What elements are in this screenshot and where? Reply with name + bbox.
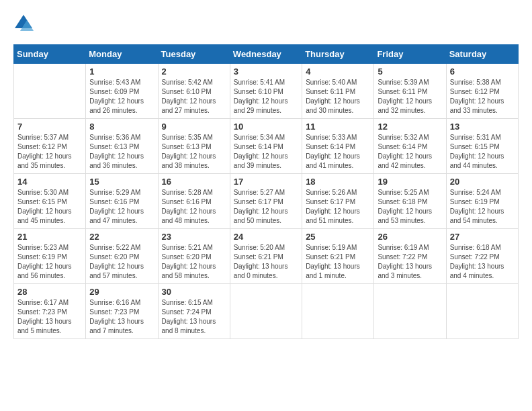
- week-row-4: 21Sunrise: 5:23 AM Sunset: 6:19 PM Dayli…: [14, 229, 519, 284]
- weekday-header-saturday: Saturday: [446, 45, 518, 64]
- day-info: Sunrise: 5:20 AM Sunset: 6:21 PM Dayligh…: [234, 243, 298, 281]
- day-cell: 24Sunrise: 5:20 AM Sunset: 6:21 PM Dayli…: [230, 229, 302, 284]
- day-number: 16: [162, 177, 226, 187]
- day-cell: 10Sunrise: 5:34 AM Sunset: 6:14 PM Dayli…: [230, 119, 302, 174]
- day-cell: 22Sunrise: 5:22 AM Sunset: 6:20 PM Dayli…: [86, 229, 158, 284]
- day-cell: 15Sunrise: 5:29 AM Sunset: 6:16 PM Dayli…: [86, 174, 158, 229]
- day-info: Sunrise: 5:19 AM Sunset: 6:21 PM Dayligh…: [306, 243, 370, 281]
- day-cell: [14, 64, 86, 119]
- day-cell: 21Sunrise: 5:23 AM Sunset: 6:19 PM Dayli…: [14, 229, 86, 284]
- day-info: Sunrise: 5:30 AM Sunset: 6:15 PM Dayligh…: [17, 188, 82, 226]
- day-info: Sunrise: 5:22 AM Sunset: 6:20 PM Dayligh…: [89, 243, 154, 281]
- day-number: 7: [17, 122, 82, 132]
- day-cell: 29Sunrise: 6:16 AM Sunset: 7:23 PM Dayli…: [86, 284, 158, 339]
- day-number: 15: [89, 177, 154, 187]
- day-cell: 17Sunrise: 5:27 AM Sunset: 6:17 PM Dayli…: [230, 174, 302, 229]
- calendar: SundayMondayTuesdayWednesdayThursdayFrid…: [13, 44, 519, 339]
- day-cell: 11Sunrise: 5:33 AM Sunset: 6:14 PM Dayli…: [302, 119, 374, 174]
- day-info: Sunrise: 6:16 AM Sunset: 7:23 PM Dayligh…: [89, 298, 154, 336]
- day-cell: 20Sunrise: 5:24 AM Sunset: 6:19 PM Dayli…: [446, 174, 518, 229]
- day-info: Sunrise: 5:41 AM Sunset: 6:10 PM Dayligh…: [234, 78, 298, 116]
- day-info: Sunrise: 5:26 AM Sunset: 6:17 PM Dayligh…: [306, 188, 370, 226]
- week-row-2: 7Sunrise: 5:37 AM Sunset: 6:12 PM Daylig…: [14, 119, 519, 174]
- day-number: 10: [234, 122, 298, 132]
- day-info: Sunrise: 5:31 AM Sunset: 6:15 PM Dayligh…: [450, 133, 515, 171]
- weekday-header-row: SundayMondayTuesdayWednesdayThursdayFrid…: [14, 45, 519, 64]
- day-cell: 13Sunrise: 5:31 AM Sunset: 6:15 PM Dayli…: [446, 119, 518, 174]
- day-cell: 9Sunrise: 5:35 AM Sunset: 6:13 PM Daylig…: [158, 119, 230, 174]
- day-cell: 18Sunrise: 5:26 AM Sunset: 6:17 PM Dayli…: [302, 174, 374, 229]
- day-info: Sunrise: 5:32 AM Sunset: 6:14 PM Dayligh…: [378, 133, 442, 171]
- day-number: 22: [89, 232, 154, 242]
- weekday-header-monday: Monday: [86, 45, 158, 64]
- day-info: Sunrise: 5:36 AM Sunset: 6:13 PM Dayligh…: [89, 133, 154, 171]
- day-number: 20: [450, 177, 515, 187]
- weekday-header-friday: Friday: [374, 45, 446, 64]
- day-number: 30: [162, 287, 226, 297]
- logo-icon: [13, 13, 34, 34]
- day-number: 9: [162, 122, 226, 132]
- day-number: 14: [17, 177, 82, 187]
- day-cell: 25Sunrise: 5:19 AM Sunset: 6:21 PM Dayli…: [302, 229, 374, 284]
- day-cell: 7Sunrise: 5:37 AM Sunset: 6:12 PM Daylig…: [14, 119, 86, 174]
- day-cell: [230, 284, 302, 339]
- day-info: Sunrise: 5:27 AM Sunset: 6:17 PM Dayligh…: [234, 188, 298, 226]
- day-cell: 5Sunrise: 5:39 AM Sunset: 6:11 PM Daylig…: [374, 64, 446, 119]
- day-cell: 12Sunrise: 5:32 AM Sunset: 6:14 PM Dayli…: [374, 119, 446, 174]
- day-number: 17: [234, 177, 298, 187]
- day-number: 21: [17, 232, 82, 242]
- day-info: Sunrise: 5:40 AM Sunset: 6:11 PM Dayligh…: [306, 78, 370, 116]
- logo: [13, 13, 36, 34]
- weekday-header-tuesday: Tuesday: [158, 45, 230, 64]
- day-number: 4: [306, 66, 370, 77]
- day-number: 2: [162, 66, 226, 77]
- day-info: Sunrise: 5:29 AM Sunset: 6:16 PM Dayligh…: [89, 188, 154, 226]
- weekday-header-wednesday: Wednesday: [230, 45, 302, 64]
- day-cell: [302, 284, 374, 339]
- day-cell: 4Sunrise: 5:40 AM Sunset: 6:11 PM Daylig…: [302, 64, 374, 119]
- day-cell: 8Sunrise: 5:36 AM Sunset: 6:13 PM Daylig…: [86, 119, 158, 174]
- day-info: Sunrise: 5:28 AM Sunset: 6:16 PM Dayligh…: [162, 188, 226, 226]
- day-cell: 28Sunrise: 6:17 AM Sunset: 7:23 PM Dayli…: [14, 284, 86, 339]
- day-info: Sunrise: 5:33 AM Sunset: 6:14 PM Dayligh…: [306, 133, 370, 171]
- day-number: 19: [378, 177, 442, 187]
- day-info: Sunrise: 6:19 AM Sunset: 7:22 PM Dayligh…: [378, 243, 442, 281]
- header: [13, 13, 519, 34]
- day-number: 8: [89, 122, 154, 132]
- day-number: 12: [378, 122, 442, 132]
- day-info: Sunrise: 5:25 AM Sunset: 6:18 PM Dayligh…: [378, 188, 442, 226]
- day-cell: 26Sunrise: 6:19 AM Sunset: 7:22 PM Dayli…: [374, 229, 446, 284]
- day-info: Sunrise: 6:18 AM Sunset: 7:22 PM Dayligh…: [450, 243, 515, 281]
- day-number: 11: [306, 122, 370, 132]
- day-cell: 27Sunrise: 6:18 AM Sunset: 7:22 PM Dayli…: [446, 229, 518, 284]
- week-row-5: 28Sunrise: 6:17 AM Sunset: 7:23 PM Dayli…: [14, 284, 519, 339]
- day-cell: 23Sunrise: 5:21 AM Sunset: 6:20 PM Dayli…: [158, 229, 230, 284]
- weekday-header-thursday: Thursday: [302, 45, 374, 64]
- day-cell: 2Sunrise: 5:42 AM Sunset: 6:10 PM Daylig…: [158, 64, 230, 119]
- day-cell: 16Sunrise: 5:28 AM Sunset: 6:16 PM Dayli…: [158, 174, 230, 229]
- day-info: Sunrise: 5:23 AM Sunset: 6:19 PM Dayligh…: [17, 243, 82, 281]
- week-row-1: 1Sunrise: 5:43 AM Sunset: 6:09 PM Daylig…: [14, 64, 519, 119]
- day-number: 29: [89, 287, 154, 297]
- day-number: 6: [450, 66, 515, 77]
- day-cell: [446, 284, 518, 339]
- day-info: Sunrise: 5:21 AM Sunset: 6:20 PM Dayligh…: [162, 243, 226, 281]
- day-cell: 3Sunrise: 5:41 AM Sunset: 6:10 PM Daylig…: [230, 64, 302, 119]
- day-number: 3: [234, 66, 298, 77]
- day-number: 5: [378, 66, 442, 77]
- day-cell: [374, 284, 446, 339]
- weekday-header-sunday: Sunday: [14, 45, 86, 64]
- day-number: 28: [17, 287, 82, 297]
- day-info: Sunrise: 5:38 AM Sunset: 6:12 PM Dayligh…: [450, 78, 515, 116]
- day-number: 26: [378, 232, 442, 242]
- day-number: 18: [306, 177, 370, 187]
- day-number: 1: [89, 66, 154, 77]
- day-cell: 6Sunrise: 5:38 AM Sunset: 6:12 PM Daylig…: [446, 64, 518, 119]
- day-number: 24: [234, 232, 298, 242]
- day-cell: 14Sunrise: 5:30 AM Sunset: 6:15 PM Dayli…: [14, 174, 86, 229]
- day-number: 27: [450, 232, 515, 242]
- day-info: Sunrise: 6:17 AM Sunset: 7:23 PM Dayligh…: [17, 298, 82, 336]
- day-number: 13: [450, 122, 515, 132]
- day-info: Sunrise: 5:24 AM Sunset: 6:19 PM Dayligh…: [450, 188, 515, 226]
- day-cell: 30Sunrise: 6:15 AM Sunset: 7:24 PM Dayli…: [158, 284, 230, 339]
